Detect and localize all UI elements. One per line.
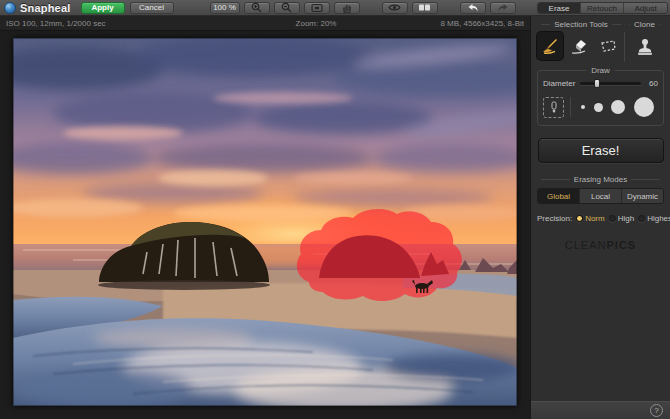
diameter-label: Diameter bbox=[543, 79, 575, 88]
mode-global-button[interactable]: Global bbox=[538, 189, 580, 203]
apply-button[interactable]: Apply bbox=[81, 2, 125, 14]
diameter-slider[interactable] bbox=[580, 79, 641, 88]
radio-dot-icon bbox=[576, 215, 583, 222]
redo-icon bbox=[497, 3, 509, 13]
zoom-level-button[interactable]: 100 % bbox=[210, 2, 240, 14]
eraser-icon bbox=[569, 36, 589, 56]
brush-tool-button[interactable] bbox=[537, 32, 563, 60]
zoom-out-button[interactable] bbox=[274, 2, 300, 14]
erasing-mode-segmented-control: Global Local Dynamic bbox=[537, 188, 664, 204]
tab-adjust[interactable]: Adjust bbox=[624, 3, 667, 13]
editor-canvas[interactable] bbox=[0, 31, 530, 419]
mode-tabs: Erase Retouch Adjust bbox=[537, 2, 668, 14]
clone-stamp-icon bbox=[636, 37, 654, 57]
precision-highest-radio[interactable]: Highest bbox=[638, 214, 670, 223]
lasso-tool-button[interactable] bbox=[595, 32, 621, 60]
brush-size-large-button[interactable] bbox=[611, 100, 625, 114]
watermark: CLEANPICS bbox=[537, 239, 664, 251]
undo-button[interactable] bbox=[460, 2, 486, 14]
tab-retouch[interactable]: Retouch bbox=[581, 3, 624, 13]
fit-to-screen-button[interactable] bbox=[304, 2, 330, 14]
clone-header: Clone bbox=[625, 20, 664, 29]
radio-dot-icon bbox=[638, 215, 645, 222]
selection-tools-header: Selection Tools bbox=[537, 20, 625, 29]
app-title: Snapheal bbox=[20, 2, 71, 14]
zoom-indicator: Zoom: 20% bbox=[241, 19, 391, 28]
brush-size-xlarge-button[interactable] bbox=[634, 97, 654, 117]
radio-dot-icon bbox=[609, 215, 616, 222]
fit-to-screen-icon bbox=[311, 3, 323, 13]
compare-icon bbox=[418, 3, 431, 12]
diameter-value: 60 bbox=[646, 79, 658, 88]
zoom-in-button[interactable] bbox=[244, 2, 270, 14]
top-toolbar: Snapheal Apply Cancel 100 % bbox=[0, 0, 670, 16]
tool-panel: Selection Tools Clone bbox=[530, 16, 670, 419]
precision-row: Precision: Norm High Highest bbox=[537, 214, 664, 223]
brush-size-small-button[interactable] bbox=[581, 105, 585, 109]
brush-size-medium-button[interactable] bbox=[594, 103, 603, 112]
mode-dynamic-button[interactable]: Dynamic bbox=[622, 189, 663, 203]
brush-icon bbox=[540, 36, 560, 56]
brush-preview-button[interactable] bbox=[543, 97, 564, 118]
image-size-info: 8 MB, 4566x3425, 8-Bit bbox=[391, 19, 524, 28]
redo-button[interactable] bbox=[490, 2, 516, 14]
exif-info: ISO 100, 12mm, 1/2000 sec bbox=[6, 19, 186, 28]
zoom-out-icon bbox=[281, 2, 292, 13]
precision-norm-radio[interactable]: Norm bbox=[576, 214, 605, 223]
compare-view-button[interactable] bbox=[412, 2, 438, 14]
hand-tool-button[interactable] bbox=[334, 2, 360, 14]
hand-icon bbox=[342, 2, 352, 13]
app-logo-icon bbox=[4, 2, 16, 14]
draw-group: Draw Diameter 60 bbox=[537, 70, 664, 126]
tab-erase[interactable]: Erase bbox=[538, 3, 581, 13]
precision-high-radio[interactable]: High bbox=[609, 214, 634, 223]
help-button[interactable]: ? bbox=[650, 404, 663, 417]
mode-local-button[interactable]: Local bbox=[580, 189, 622, 203]
erasing-modes-header: Erasing Modes bbox=[537, 175, 664, 184]
brush-tip-icon bbox=[549, 101, 559, 114]
clone-stamp-button[interactable] bbox=[632, 33, 658, 61]
draw-group-title: Draw bbox=[586, 66, 615, 75]
eye-icon bbox=[388, 3, 401, 12]
info-bar: ISO 100, 12mm, 1/2000 sec Zoom: 20% 8 MB… bbox=[0, 16, 530, 31]
erase-action-button[interactable]: Erase! bbox=[538, 138, 664, 163]
photo-canvas[interactable] bbox=[13, 38, 517, 406]
lasso-icon bbox=[598, 36, 618, 56]
precision-label: Precision: bbox=[537, 214, 572, 223]
zoom-in-icon bbox=[251, 2, 262, 13]
undo-icon bbox=[467, 3, 479, 13]
canvas-column: ISO 100, 12mm, 1/2000 sec Zoom: 20% 8 MB… bbox=[0, 16, 530, 419]
diameter-slider-thumb[interactable] bbox=[594, 79, 600, 88]
eraser-tool-button[interactable] bbox=[566, 32, 592, 60]
cancel-button[interactable]: Cancel bbox=[130, 2, 174, 14]
preview-original-button[interactable] bbox=[382, 2, 408, 14]
panel-footer: ? bbox=[531, 401, 670, 419]
